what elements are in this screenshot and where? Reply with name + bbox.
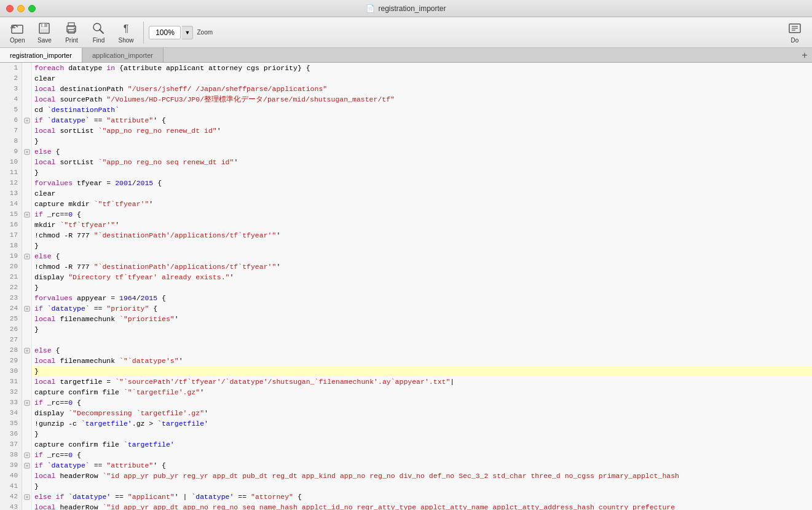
code-line: } [32, 167, 812, 178]
save-label: Save [37, 37, 52, 44]
open-button[interactable]: Open [5, 18, 30, 46]
fold-marker[interactable] [22, 450, 31, 460]
code-line: capture mkdir `"tf`tfyear'"' [32, 199, 812, 209]
code-line: if `datatype` == "attribute"' { [32, 460, 812, 471]
code-line: else { [32, 345, 812, 356]
toolbar-separator [143, 22, 144, 44]
fold-marker [22, 241, 31, 251]
line-number: 1 [0, 63, 18, 73]
save-button[interactable]: Save [32, 18, 57, 46]
find-label: Find [93, 37, 104, 44]
zoom-control: ▼ Zoom [149, 26, 213, 39]
fold-marker [22, 136, 31, 146]
fold-column [22, 63, 32, 510]
code-line: local headerRow `"id app_yr app_dt app_n… [32, 502, 812, 510]
toolbar: Open Save Print Find ¶ Show ▼ Zoom [0, 17, 812, 48]
code-line: local filenamechunk `"priorities"' [32, 314, 812, 324]
fold-marker[interactable] [22, 146, 31, 157]
fold-marker[interactable] [22, 251, 31, 261]
svg-point-9 [74, 28, 75, 29]
maximize-button[interactable] [28, 5, 36, 12]
zoom-input[interactable] [149, 26, 181, 39]
line-number: 12 [0, 178, 18, 188]
zoom-label: Zoom [197, 29, 213, 36]
fold-marker[interactable] [22, 397, 31, 408]
code-area[interactable]: foreach datatype in {attribute applicant… [32, 63, 812, 510]
fold-marker [22, 157, 31, 167]
line-number: 6 [0, 115, 18, 126]
svg-rect-1 [10, 27, 15, 28]
show-label: Show [118, 37, 133, 44]
fold-marker [22, 408, 31, 418]
code-line: !gunzip -c `targetfile'.gz > `targetfile… [32, 418, 812, 429]
fold-marker [22, 502, 31, 510]
show-button[interactable]: ¶ Show [113, 18, 138, 46]
fold-marker [22, 178, 31, 188]
line-number: 5 [0, 105, 18, 115]
do-button[interactable]: Do [782, 18, 807, 46]
code-line: } [32, 282, 812, 293]
fold-marker [22, 366, 31, 377]
tab-add-button[interactable]: + [797, 48, 812, 62]
line-number: 34 [0, 408, 18, 418]
line-number: 7 [0, 126, 18, 136]
zoom-dropdown-button[interactable]: ▼ [182, 26, 193, 39]
fold-marker [22, 84, 31, 94]
fold-marker [22, 481, 31, 492]
code-line: forvalues tfyear = 2001/2015 { [32, 178, 812, 188]
minimize-button[interactable] [17, 5, 25, 12]
code-line: forvalues appyear = 1964/2015 { [32, 293, 812, 303]
line-number: 3 [0, 84, 18, 94]
line-number: 43 [0, 502, 18, 510]
open-label: Open [10, 37, 25, 44]
tab-registration-importer[interactable]: registration_importer [0, 48, 82, 62]
fold-marker[interactable] [22, 460, 31, 471]
fold-marker [22, 439, 31, 450]
line-number: 42 [0, 492, 18, 502]
code-line: display "Directory tf`tfyear' already ex… [32, 272, 812, 282]
line-number: 23 [0, 293, 18, 303]
code-line: cd `destinationPath` [32, 105, 812, 115]
line-number: 20 [0, 261, 18, 272]
fold-marker[interactable] [22, 492, 31, 502]
fold-marker[interactable] [22, 345, 31, 356]
fold-marker [22, 387, 31, 397]
fold-marker [22, 377, 31, 387]
code-line: } [32, 136, 812, 146]
code-line: else { [32, 146, 812, 157]
line-number: 31 [0, 377, 18, 387]
line-number: 2 [0, 73, 18, 84]
code-line: local destinationPath "/Users/jsheff/ /J… [32, 84, 812, 94]
line-number: 9 [0, 146, 18, 157]
line-number: 24 [0, 303, 18, 314]
fold-marker [22, 126, 31, 136]
find-button[interactable]: Find [86, 18, 111, 46]
fold-marker[interactable] [22, 115, 31, 126]
close-button[interactable] [6, 5, 14, 12]
code-line: local filenamechunk `"`datatype's"' [32, 356, 812, 366]
fold-marker [22, 314, 31, 324]
print-button[interactable]: Print [59, 18, 84, 46]
fold-marker[interactable] [22, 303, 31, 314]
line-number: 29 [0, 356, 18, 366]
fold-marker [22, 261, 31, 272]
code-line: !chmod -R 777 "`destinationPath'/applica… [32, 230, 812, 241]
line-number: 11 [0, 167, 18, 178]
fold-marker [22, 105, 31, 115]
code-line: } [32, 366, 812, 377]
tab-application-importer[interactable]: application_importer [82, 48, 164, 62]
fold-marker [22, 167, 31, 178]
code-line: } [32, 481, 812, 492]
line-number: 8 [0, 136, 18, 146]
show-icon: ¶ [119, 21, 133, 36]
fold-marker[interactable] [22, 209, 31, 220]
code-line: display `"Decompressing `targetfile'.gz"… [32, 408, 812, 418]
code-line: } [32, 429, 812, 439]
titlebar: 📄 registration_importer [0, 0, 812, 17]
line-number: 38 [0, 450, 18, 460]
line-number: 39 [0, 460, 18, 471]
do-icon [787, 21, 802, 36]
line-number: 36 [0, 429, 18, 439]
svg-rect-4 [42, 24, 44, 27]
window-controls[interactable] [6, 5, 36, 12]
